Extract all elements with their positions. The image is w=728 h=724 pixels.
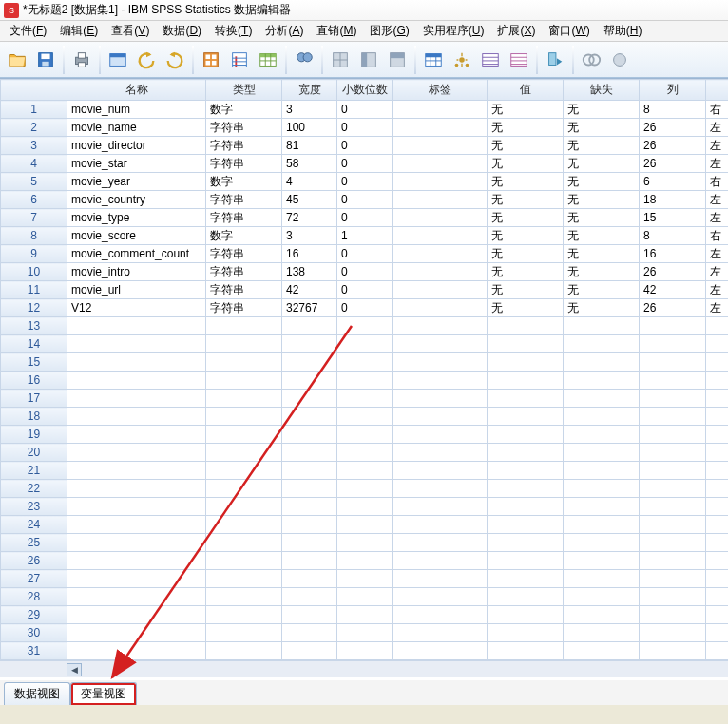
cell-missing[interactable]: 无 [564,173,640,191]
menu-item-g[interactable]: 图形(G) [364,21,414,41]
find-button[interactable] [291,46,317,74]
row-header[interactable]: 13 [1,317,67,335]
cell-values[interactable]: 无 [488,245,564,263]
table-row-empty[interactable]: 31 [1,642,729,660]
goto-case-button[interactable] [198,46,224,74]
row-header[interactable]: 16 [1,372,67,390]
cell-align[interactable]: 左 [706,299,729,317]
col-header-type[interactable]: 类型 [206,80,282,101]
cell-width[interactable]: 4 [282,173,337,191]
cell-width[interactable]: 16 [282,245,337,263]
row-header[interactable]: 24 [1,516,67,534]
undo-button[interactable] [133,46,160,74]
cell-align[interactable]: 左 [706,119,729,137]
cell-values[interactable]: 无 [488,263,564,281]
cell-type[interactable]: 字符串 [206,263,282,281]
row-header[interactable]: 4 [1,155,67,173]
scroll-left-icon[interactable]: ◀ [67,663,82,676]
cell-width[interactable]: 72 [282,209,337,227]
cell-name[interactable]: V12 [67,299,206,317]
cell-type[interactable]: 字符串 [206,209,282,227]
menu-item-a[interactable]: 分析(A) [259,21,309,41]
table-row-empty[interactable]: 13 [1,317,729,335]
row-header[interactable]: 6 [1,191,67,209]
split-file-button[interactable] [327,46,354,74]
open-button[interactable] [4,46,30,74]
cell-decimals[interactable]: 1 [337,227,393,245]
menu-item-m[interactable]: 直销(M) [311,21,362,41]
cell-values[interactable]: 无 [488,209,564,227]
row-header[interactable]: 8 [1,227,67,245]
cell-type[interactable]: 数字 [206,173,282,191]
cell-values[interactable]: 无 [488,227,564,245]
cell-decimals[interactable]: 0 [337,245,393,263]
cell-decimals[interactable]: 0 [337,119,393,137]
cell-columns[interactable]: 26 [640,137,706,155]
table-row-empty[interactable]: 18 [1,408,729,426]
table-row[interactable]: 4movie_star字符串580无无26左 [1,155,729,173]
cell-missing[interactable]: 无 [564,209,640,227]
cell-columns[interactable]: 18 [640,191,706,209]
cell-align[interactable]: 右 [706,227,729,245]
options-button[interactable] [606,46,633,74]
row-header[interactable]: 9 [1,245,67,263]
cell-type[interactable]: 字符串 [206,119,282,137]
cell-align[interactable]: 右 [706,173,729,191]
cell-values[interactable]: 无 [488,101,564,119]
table-row[interactable]: 11movie_url字符串420无无42左 [1,281,729,299]
cell-label[interactable] [393,137,488,155]
menu-item-t[interactable]: 转换(T) [209,21,258,41]
row-header[interactable]: 23 [1,498,67,516]
cell-missing[interactable]: 无 [564,299,640,317]
cell-type[interactable]: 字符串 [206,155,282,173]
cell-label[interactable] [393,227,488,245]
cell-decimals[interactable]: 0 [337,281,393,299]
row-header[interactable]: 21 [1,462,67,480]
print-button[interactable] [68,46,95,74]
col-header-width[interactable]: 宽度 [282,80,337,101]
cell-missing[interactable]: 无 [564,155,640,173]
spell-check-button[interactable] [506,46,532,74]
table-row[interactable]: 1movie_num数字30无无8右 [1,101,729,119]
save-button[interactable] [32,46,59,74]
row-header[interactable]: 17 [1,390,67,408]
table-row-empty[interactable]: 27 [1,570,729,588]
table-row-empty[interactable]: 25 [1,534,729,552]
cell-decimals[interactable]: 0 [337,191,393,209]
cell-type[interactable]: 字符串 [206,281,282,299]
cell-width[interactable]: 100 [282,119,337,137]
cell-align[interactable]: 右 [706,101,729,119]
cell-name[interactable]: movie_comment_count [67,245,206,263]
redo-button[interactable] [162,46,188,74]
row-header[interactable]: 19 [1,426,67,444]
table-row[interactable]: 12V12字符串327670无无26左 [1,299,729,317]
cell-missing[interactable]: 无 [564,119,640,137]
row-header[interactable]: 22 [1,480,67,498]
table-row-empty[interactable]: 23 [1,498,729,516]
show-all-variables-button[interactable] [477,46,504,74]
table-row-empty[interactable]: 14 [1,335,729,353]
row-header[interactable]: 1 [1,101,67,119]
cell-values[interactable]: 无 [488,299,564,317]
table-row[interactable]: 5movie_year数字40无无6右 [1,173,729,191]
variable-grid[interactable]: 名称 类型 宽度 小数位数 标签 值 缺失 列 1movie_num数字30无无… [0,78,728,680]
cell-missing[interactable]: 无 [564,191,640,209]
row-header[interactable]: 12 [1,299,67,317]
cell-label[interactable] [393,299,488,317]
table-row-empty[interactable]: 29 [1,606,729,624]
cell-decimals[interactable]: 0 [337,263,393,281]
cell-values[interactable]: 无 [488,137,564,155]
cell-type[interactable]: 字符串 [206,137,282,155]
menu-item-u[interactable]: 实用程序(U) [417,21,490,41]
row-header[interactable]: 15 [1,353,67,372]
cell-columns[interactable]: 8 [640,227,706,245]
table-row-empty[interactable]: 20 [1,444,729,462]
row-header[interactable]: 20 [1,444,67,462]
variables-button[interactable] [255,46,281,74]
col-header-missing[interactable]: 缺失 [564,80,640,101]
cell-label[interactable] [393,155,488,173]
cell-align[interactable]: 左 [706,281,729,299]
cell-columns[interactable]: 6 [640,173,706,191]
cell-label[interactable] [393,173,488,191]
horizontal-scrollbar[interactable]: ◀ [0,660,728,677]
